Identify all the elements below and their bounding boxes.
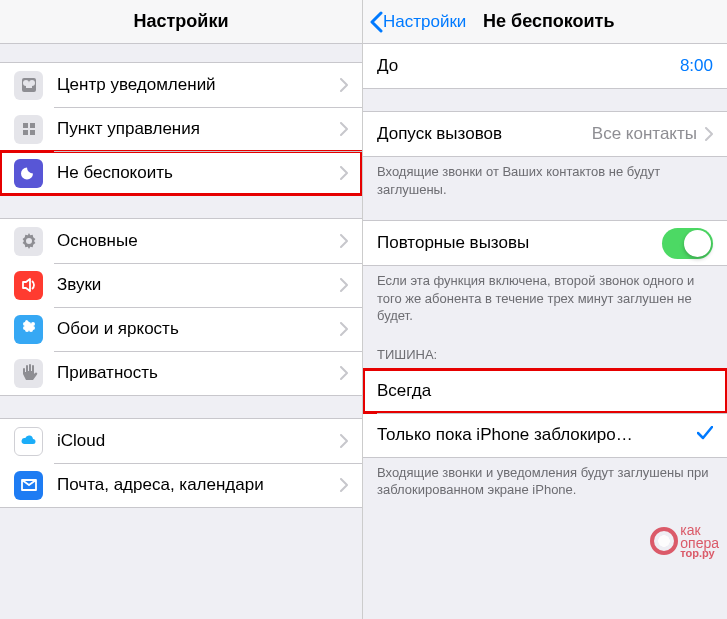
- moon-icon: [14, 159, 43, 188]
- row-label: Центр уведомлений: [57, 75, 332, 95]
- until-row[interactable]: До 8:00: [363, 44, 727, 88]
- allow-calls-label: Допуск вызовов: [377, 124, 584, 144]
- navbar-title: Настройки: [0, 11, 362, 32]
- settings-row-gear[interactable]: Основные: [0, 219, 362, 263]
- until-row-group: До 8:00: [363, 44, 727, 89]
- hand-icon: [14, 359, 43, 388]
- navbar-right: Настройки Не беспокоить: [363, 0, 727, 44]
- control-icon: [14, 115, 43, 144]
- gear-icon: [14, 227, 43, 256]
- chevron-right-icon: [705, 127, 713, 141]
- chevron-right-icon: [340, 366, 348, 380]
- chevron-right-icon: [340, 166, 348, 180]
- notification-icon: [14, 71, 43, 100]
- settings-row-hand[interactable]: Приватность: [0, 351, 362, 395]
- settings-row-notification[interactable]: Центр уведомлений: [0, 63, 362, 107]
- settings-row-cloud[interactable]: iCloud: [0, 419, 362, 463]
- chevron-left-icon: [369, 11, 383, 33]
- flower-icon: [14, 315, 43, 344]
- chevron-right-icon: [340, 278, 348, 292]
- row-label: Звуки: [57, 275, 332, 295]
- watermark: как опера тор.ру: [650, 524, 719, 559]
- checkmark-icon: [697, 426, 713, 444]
- cloud-icon: [14, 427, 43, 456]
- settings-row-control[interactable]: Пункт управления: [0, 107, 362, 151]
- silence-group: ТИШИНА: Всегда Только пока iPhone заблок…: [363, 347, 727, 499]
- allow-calls-note: Входящие звонки от Ваших контактов не бу…: [363, 157, 727, 198]
- mail-icon: [14, 471, 43, 500]
- repeat-calls-row[interactable]: Повторные вызовы: [363, 221, 727, 265]
- repeat-group: Повторные вызовы Если эта функция включе…: [363, 220, 727, 325]
- speaker-icon: [14, 271, 43, 300]
- chevron-right-icon: [340, 322, 348, 336]
- allow-group: Допуск вызовов Все контакты Входящие зво…: [363, 111, 727, 198]
- silence-always-row[interactable]: Всегда: [363, 369, 727, 413]
- row-label: iCloud: [57, 431, 332, 451]
- settings-row-flower[interactable]: Обои и яркость: [0, 307, 362, 351]
- silence-always-label: Всегда: [377, 381, 713, 401]
- row-label: Приватность: [57, 363, 332, 383]
- until-value: 8:00: [680, 56, 713, 76]
- back-label: Настройки: [383, 12, 466, 32]
- navbar-left: Настройки: [0, 0, 362, 44]
- back-button[interactable]: Настройки: [363, 11, 466, 33]
- allow-calls-value: Все контакты: [592, 124, 697, 144]
- silence-locked-label: Только пока iPhone заблокиро…: [377, 425, 689, 445]
- chevron-right-icon: [340, 478, 348, 492]
- row-label: Пункт управления: [57, 119, 332, 139]
- chevron-right-icon: [340, 234, 348, 248]
- repeat-calls-note: Если эта функция включена, второй звонок…: [363, 266, 727, 325]
- dnd-detail-pane: Настройки Не беспокоить До 8:00 Допуск в…: [363, 0, 727, 619]
- until-label: До: [377, 56, 672, 76]
- silence-header: ТИШИНА:: [363, 347, 727, 368]
- chevron-right-icon: [340, 78, 348, 92]
- settings-row-mail[interactable]: Почта, адреса, календари: [0, 463, 362, 507]
- silence-locked-note: Входящие звонки и уведомления будут загл…: [363, 458, 727, 499]
- row-label: Не беспокоить: [57, 163, 332, 183]
- group-1: Центр уведомленийПункт управленияНе бесп…: [0, 62, 362, 196]
- row-label: Обои и яркость: [57, 319, 332, 339]
- chevron-right-icon: [340, 122, 348, 136]
- row-label: Основные: [57, 231, 332, 251]
- row-label: Почта, адреса, календари: [57, 475, 332, 495]
- group-3: iCloudПочта, адреса, календари: [0, 418, 362, 508]
- group-2: ОсновныеЗвукиОбои и яркостьПриватность: [0, 218, 362, 396]
- settings-row-speaker[interactable]: Звуки: [0, 263, 362, 307]
- allow-calls-row[interactable]: Допуск вызовов Все контакты: [363, 112, 727, 156]
- settings-list-pane: Настройки Центр уведомленийПункт управле…: [0, 0, 363, 619]
- repeat-calls-label: Повторные вызовы: [377, 233, 662, 253]
- watermark-logo-icon: [650, 527, 678, 555]
- chevron-right-icon: [340, 434, 348, 448]
- navbar-title: Не беспокоить: [483, 11, 717, 32]
- silence-locked-row[interactable]: Только пока iPhone заблокиро…: [363, 413, 727, 457]
- repeat-calls-switch[interactable]: [662, 228, 713, 259]
- settings-row-moon[interactable]: Не беспокоить: [0, 151, 362, 195]
